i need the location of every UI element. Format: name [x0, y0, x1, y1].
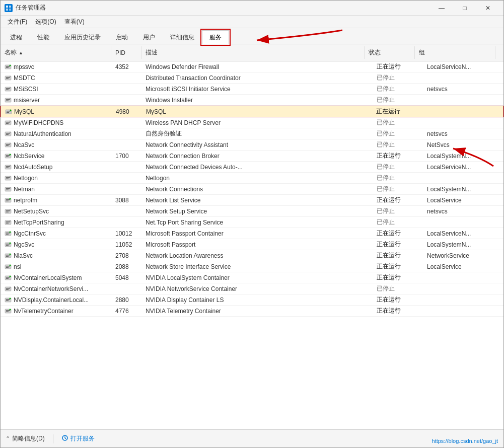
- service-name-cell: NlaSvc: [1, 250, 111, 261]
- table-row[interactable]: NvTelemetryContainer 4776 NVIDIA Telemet…: [1, 306, 503, 317]
- services-table-body[interactable]: mpssvc 4352 Windows Defender Firewall 正在…: [1, 61, 503, 429]
- service-name-cell: MySQL: [1, 106, 112, 117]
- table-row[interactable]: MySQL 4980 MySQL 正在运行: [1, 106, 503, 117]
- table-row[interactable]: NcbService 1700 Network Connection Broke…: [1, 151, 503, 162]
- service-group-cell: LocalSystemN...: [423, 239, 503, 250]
- table-row[interactable]: NcaSvc Network Connectivity Assistant 已停…: [1, 139, 503, 151]
- table-row[interactable]: NVDisplay.ContainerLocal... 2880 NVIDIA …: [1, 294, 503, 306]
- svg-point-13: [10, 76, 11, 77]
- svg-point-85: [10, 275, 11, 277]
- svg-rect-79: [6, 266, 10, 267]
- svg-rect-51: [6, 188, 10, 189]
- svg-rect-67: [6, 233, 10, 234]
- tab-performance[interactable]: 性能: [30, 30, 57, 44]
- tab-startup[interactable]: 启动: [108, 30, 135, 44]
- service-status-cell: 正在运行: [373, 306, 423, 316]
- svg-point-49: [10, 176, 11, 177]
- watermark: https://blog.csdn.net/gao_jt: [432, 438, 498, 444]
- service-status-icon: [5, 141, 12, 148]
- service-status-cell: 正在运行: [373, 250, 423, 261]
- close-button[interactable]: ✕: [476, 1, 499, 16]
- table-row[interactable]: msiserver Windows Installer 已停止: [1, 95, 503, 106]
- service-pid-cell: [111, 162, 141, 172]
- col-header-desc[interactable]: 描述: [141, 46, 365, 59]
- service-group-cell: [423, 72, 503, 83]
- tab-app-history[interactable]: 应用历史记录: [57, 30, 108, 44]
- table-row[interactable]: MyWiFiDHCPDNS Wireless PAN DHCP Server 已…: [1, 117, 503, 128]
- svg-rect-28: [6, 123, 9, 124]
- tab-details[interactable]: 详细信息: [163, 30, 202, 44]
- service-desc-cell: Netlogon: [141, 173, 373, 183]
- table-row[interactable]: NvContainerLocalSystem 5048 NVIDIA Local…: [1, 272, 503, 283]
- svg-point-21: [10, 98, 11, 99]
- table-row[interactable]: mpssvc 4352 Windows Defender Firewall 正在…: [1, 61, 503, 72]
- svg-rect-4: [6, 9, 8, 11]
- svg-point-77: [10, 253, 11, 255]
- table-row[interactable]: NaturalAuthentication 自然身份验证 已停止 netsvcs: [1, 128, 503, 139]
- service-group-cell: LocalService: [423, 261, 503, 272]
- service-pid-cell: 2880: [111, 294, 141, 305]
- svg-rect-88: [6, 289, 9, 290]
- service-status-icon: [5, 164, 12, 171]
- svg-rect-72: [6, 245, 9, 246]
- service-desc-cell: Network List Service: [141, 195, 373, 205]
- svg-rect-87: [6, 288, 10, 289]
- table-row[interactable]: NvContainerNetworkServi... NVIDIA Networ…: [1, 283, 503, 294]
- open-services-link[interactable]: 打开服务: [61, 434, 95, 443]
- svg-rect-84: [6, 278, 9, 279]
- service-status-icon: [5, 274, 12, 281]
- svg-rect-75: [6, 255, 10, 256]
- table-row[interactable]: NetTcpPortSharing Net.Tcp Port Sharing S…: [1, 217, 503, 228]
- table-row[interactable]: NetSetupSvc Network Setup Service 已停止 ne…: [1, 206, 503, 217]
- svg-rect-55: [6, 199, 10, 200]
- table-row[interactable]: MSiSCSI Microsoft iSCSI Initiator Servic…: [1, 84, 503, 95]
- table-row[interactable]: MSDTC Distributed Transaction Coordinato…: [1, 72, 503, 84]
- window-controls: — □ ✕: [430, 1, 499, 16]
- col-header-group[interactable]: 组: [415, 46, 495, 59]
- svg-rect-83: [6, 277, 10, 278]
- table-row[interactable]: NcdAutoSetup Network Connected Devices A…: [1, 162, 503, 173]
- divider: [53, 434, 53, 443]
- service-desc-cell: Microsoft iSCSI Initiator Service: [141, 84, 373, 94]
- table-row[interactable]: NgcSvc 11052 Microsoft Passport 正在运行 Loc…: [1, 239, 503, 250]
- table-row[interactable]: NgcCtnrSvc 10012 Microsoft Passport Cont…: [1, 228, 503, 239]
- tab-users[interactable]: 用户: [135, 30, 163, 44]
- maximize-button[interactable]: □: [453, 1, 476, 16]
- menu-file[interactable]: 文件(F): [4, 16, 31, 28]
- tab-services[interactable]: 服务: [202, 30, 229, 44]
- col-header-name[interactable]: 名称 ▲: [1, 46, 111, 59]
- menu-options[interactable]: 选项(O): [31, 16, 60, 28]
- col-header-status[interactable]: 状态: [365, 46, 415, 59]
- service-pid-cell: 10012: [111, 228, 141, 239]
- menu-view[interactable]: 查看(V): [60, 16, 89, 28]
- svg-rect-8: [6, 67, 9, 68]
- table-row[interactable]: netprofm 3088 Network List Service 正在运行 …: [1, 195, 503, 206]
- service-name-cell: Netlogon: [1, 173, 111, 183]
- service-status-cell: 正在运行: [373, 261, 423, 272]
- service-status-icon: [5, 153, 12, 160]
- summary-info-button[interactable]: ⌃ 简略信息(D): [6, 434, 45, 443]
- table-row[interactable]: NlaSvc 2708 Network Location Awareness 正…: [1, 250, 503, 261]
- service-name-cell: mpssvc: [1, 61, 111, 72]
- table-row[interactable]: Netman Network Connections 已停止 LocalSyst…: [1, 184, 503, 195]
- service-group-cell: LocalServiceN...: [423, 61, 503, 72]
- minimize-button[interactable]: —: [430, 1, 453, 16]
- svg-rect-24: [7, 112, 9, 113]
- table-row[interactable]: nsi 2088 Network Store Interface Service…: [1, 261, 503, 272]
- service-pid-cell: 11052: [111, 239, 141, 250]
- service-pid-cell: 2708: [111, 250, 141, 261]
- service-pid-cell: [111, 95, 141, 105]
- service-pid-cell: [111, 217, 141, 228]
- service-pid-cell: 2088: [111, 261, 141, 272]
- service-desc-cell: MySQL: [142, 106, 372, 117]
- col-header-pid[interactable]: PID: [111, 46, 141, 59]
- svg-point-41: [10, 154, 11, 155]
- service-group-cell: [423, 173, 503, 183]
- service-pid-cell: [111, 117, 141, 128]
- service-status-cell: 正在运行: [373, 151, 423, 161]
- table-row[interactable]: Netlogon Netlogon 已停止: [1, 173, 503, 184]
- service-status-icon: [5, 230, 12, 237]
- service-desc-cell: Network Connectivity Assistant: [141, 139, 373, 150]
- tab-process[interactable]: 进程: [3, 30, 30, 44]
- svg-point-9: [10, 64, 11, 66]
